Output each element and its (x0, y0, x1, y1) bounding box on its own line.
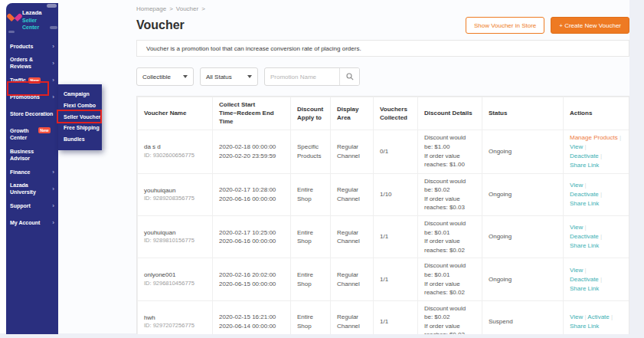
view-link[interactable]: View (570, 266, 624, 275)
vouchers-collected: 1/1 (374, 258, 418, 300)
status-dropdown[interactable]: All Status (200, 67, 258, 86)
chevron-right-icon: › (52, 61, 54, 67)
discount-apply-to: Entire Shop (291, 300, 331, 334)
share-link-link[interactable]: Share Link (570, 161, 624, 170)
discount-amount: Discount would be: $0.02 (424, 177, 476, 195)
breadcrumb-homepage[interactable]: Homepage (136, 5, 166, 12)
voucher-id: ID: 9289208356775 (144, 195, 206, 203)
voucher-id: ID: 9289810156775 (144, 237, 206, 245)
voucher-name: da s d (144, 143, 206, 152)
collect-start-time: 2020-02-17 10:28:00 (219, 185, 284, 195)
redeem-end-time: 2020-06-16 00:00:00 (219, 195, 284, 204)
sidebar-item-promotions[interactable]: Promotions › (6, 89, 58, 106)
status-value: Ongoing (482, 258, 564, 300)
sidebar-item-business-advisor[interactable]: Business Advisor (6, 147, 58, 164)
chevron-right-icon: › (52, 220, 54, 226)
table-header-row: Voucher Name Collect Start Time~Redeem E… (138, 97, 630, 130)
sidebar-item-lazada-university[interactable]: Lazada University › (6, 181, 58, 198)
voucher-info-banner: Voucher is a promotion tool that can inc… (136, 40, 629, 57)
deactivate-link[interactable]: Deactivate (570, 275, 624, 284)
breadcrumb-voucher[interactable]: Voucher (176, 5, 198, 12)
activate-link[interactable]: Activate (587, 313, 613, 320)
cloud-decoration (47, 4, 57, 8)
redeem-end-time: 2020-06-14 00:00:00 (219, 322, 284, 331)
submenu-item-campaign[interactable]: Campaign (58, 91, 102, 97)
vouchers-collected: 1/10 (374, 173, 418, 215)
create-new-voucher-button[interactable]: + Create New Voucher (551, 17, 629, 34)
deactivate-link[interactable]: Deactivate (570, 232, 624, 241)
redeem-end-time: 2020-06-16 00:00:00 (219, 237, 284, 246)
voucher-id: ID: 9302600656775 (144, 152, 206, 160)
redeem-end-time: 2020-06-15 00:00:00 (219, 280, 284, 289)
display-area: Regular Channel (331, 173, 374, 215)
new-badge: New (38, 127, 51, 133)
sidebar-item-growth-center[interactable]: Growth Center New (6, 123, 58, 147)
sidebar-item-orders-reviews[interactable]: Orders & Reviews › (6, 55, 58, 72)
voucher-id: ID: 9296810456775 (144, 280, 206, 288)
share-link-link[interactable]: Share Link (570, 199, 624, 208)
voucher-info-text: Voucher is a promotion tool that can inc… (146, 45, 361, 52)
table-row: onlyone001 ID: 9296810456775 2020-02-16 … (138, 258, 630, 300)
sidebar: Lazada Seller Center Products › Orders &… (6, 3, 58, 334)
col-voucher-name: Voucher Name (138, 97, 213, 130)
redeem-end-time: 2020-02-20 23:59:59 (219, 152, 284, 161)
chevron-right-icon: › (52, 44, 54, 50)
sidebar-item-products[interactable]: Products › (6, 38, 58, 55)
view-link[interactable]: View (570, 313, 587, 320)
collectible-dropdown-value: Collectible (142, 74, 171, 80)
col-actions: Actions (564, 97, 630, 130)
sidebar-item-store-decoration[interactable]: Store Decoration (6, 106, 58, 123)
discount-condition: If order value reaches: $0.02 (424, 280, 476, 297)
voucher-table: Voucher Name Collect Start Time~Redeem E… (137, 97, 629, 334)
table-row: youhuiqaun ID: 9289208356775 2020-02-17 … (138, 173, 630, 215)
submenu-item-flexi-combo[interactable]: Flexi Combo (58, 103, 102, 109)
submenu-item-bundles[interactable]: Bundles (58, 136, 102, 143)
vouchers-collected: 0/1 (374, 130, 418, 173)
discount-amount: Discount would be: $1.00 (424, 133, 476, 151)
view-link[interactable]: View (570, 143, 624, 152)
manage-products-link[interactable]: Manage Products (570, 133, 624, 143)
discount-apply-to: Entire Shop (291, 258, 331, 300)
sidebar-item-label: Products (10, 44, 33, 51)
collectible-dropdown[interactable]: Collectible (136, 67, 194, 86)
submenu-item-free-shipping[interactable]: Free Shipping (58, 125, 102, 131)
discount-amount: Discount would be: $0.01 (424, 261, 476, 279)
discount-apply-to: Entire Shop (291, 173, 331, 215)
promotion-name-input[interactable] (265, 68, 339, 85)
deactivate-link[interactable]: Deactivate (570, 152, 624, 161)
search-icon (346, 73, 354, 80)
view-link[interactable]: View (570, 181, 624, 190)
sidebar-item-label: Business Advisor (10, 149, 54, 162)
deactivate-link[interactable]: Deactivate (570, 190, 624, 199)
sidebar-item-finance[interactable]: Finance › (6, 164, 58, 181)
search-button[interactable] (339, 68, 359, 85)
sidebar-item-traffic[interactable]: Traffic New › (6, 72, 58, 89)
sidebar-item-label: Store Decoration (10, 111, 53, 118)
show-voucher-in-store-button[interactable]: Show Voucher in Store (466, 17, 544, 34)
brand-name: Lazada (22, 9, 54, 17)
sidebar-item-label: Support (10, 203, 31, 210)
lazada-logo: Lazada Seller Center (6, 3, 58, 35)
sidebar-item-label: Finance (10, 169, 30, 176)
discount-condition: If order value reaches: $0.02 (424, 237, 476, 254)
sidebar-item-support[interactable]: Support › (6, 198, 58, 215)
voucher-name: youhuiquan (144, 228, 206, 238)
display-area: Regular Channel (331, 130, 374, 173)
sidebar-item-label: My Account (10, 220, 40, 227)
vouchers-collected: 1/1 (374, 300, 418, 334)
col-display-area: Display Area (331, 97, 374, 130)
chevron-down-icon (247, 75, 252, 78)
chevron-right-icon: › (52, 186, 54, 192)
discount-condition: If order value reaches: $1.00 (424, 152, 476, 169)
share-link-link[interactable]: Share Link (570, 284, 624, 294)
sidebar-item-my-account[interactable]: My Account › (6, 215, 58, 231)
sidebar-item-label: Lazada University (10, 182, 52, 196)
share-link-link[interactable]: Share Link (570, 323, 599, 330)
share-link-link[interactable]: Share Link (570, 241, 624, 251)
collect-start-time: 2020-02-16 20:02:00 (219, 271, 284, 280)
sidebar-menu: Products › Orders & Reviews › Traffic Ne… (6, 35, 58, 231)
discount-condition: If order value reaches: $0.03 (424, 195, 476, 212)
sidebar-item-label: Traffic (10, 77, 26, 84)
view-link[interactable]: View (570, 223, 624, 232)
submenu-item-seller-voucher[interactable]: Seller Voucher (58, 114, 102, 120)
